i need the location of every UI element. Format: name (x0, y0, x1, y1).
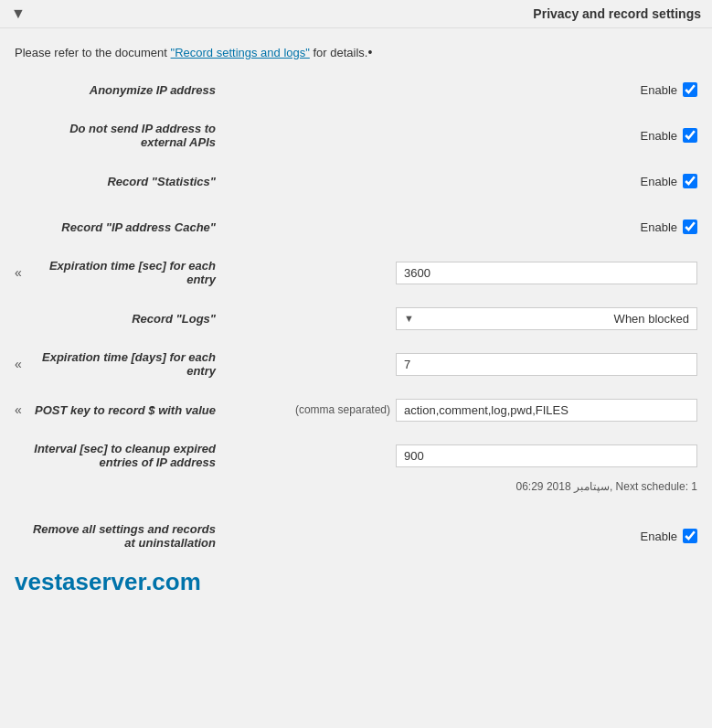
post-key-collapse-icon[interactable]: « (15, 402, 22, 417)
expiration-days-control (216, 353, 697, 376)
anonymize-ip-checkbox[interactable] (683, 82, 697, 97)
record-statistics-control: Enable (216, 174, 697, 188)
interval-cleanup-control (216, 444, 697, 467)
remove-settings-enable-label: Enable (641, 530, 677, 543)
post-key-control: (comma separated) (216, 399, 697, 422)
record-logs-control: ▼ When blocked (216, 307, 697, 330)
expiration-days-collapse-icon[interactable]: « (15, 357, 22, 371)
collapse-arrow-icon[interactable]: ▼ (11, 5, 26, 22)
record-logs-label: "Record "Logs (15, 312, 216, 326)
anonymize-ip-control: Enable (216, 82, 697, 97)
top-bar: ▼ Privacy and record settings (0, 0, 712, 28)
anonymize-ip-enable-label: Enable (641, 83, 677, 97)
record-logs-dropdown[interactable]: ▼ When blocked (396, 307, 697, 330)
no-send-ip-label: Do not send IP address to external APIs (15, 122, 216, 149)
record-statistics-enable-label: Enable (641, 175, 677, 188)
record-ip-cache-checkbox[interactable] (683, 219, 697, 234)
remove-settings-label: Remove all settings and records at unins… (15, 522, 216, 550)
remove-settings-checkbox[interactable] (683, 529, 697, 543)
info-text: .Please refer to the document "Record se… (15, 46, 367, 59)
main-content: • .Please refer to the document "Record … (0, 28, 712, 624)
record-statistics-checkbox[interactable] (683, 174, 697, 188)
no-send-ip-checkbox[interactable] (683, 128, 697, 143)
expiration-days-input[interactable] (396, 353, 697, 376)
record-ip-cache-enable-label: Enable (641, 220, 677, 234)
expiration-sec-label: Expiration time [sec] for each entry (15, 259, 216, 286)
dropdown-arrow-icon: ▼ (404, 313, 414, 324)
anonymize-ip-label: Anonymize IP address (15, 83, 216, 97)
setting-record-statistics: "Record "Statistics Enable (0, 158, 712, 204)
record-ip-cache-label: "Record "IP address Cache (15, 220, 216, 234)
bullet-icon: • (367, 45, 372, 59)
page-title: Privacy and record settings (533, 6, 701, 21)
setting-remove-settings: Remove all settings and records at unins… (0, 513, 712, 559)
record-logs-dropdown-value: When blocked (614, 312, 689, 326)
post-key-input[interactable] (396, 399, 697, 422)
setting-record-logs: "Record "Logs ▼ When blocked (0, 295, 712, 341)
setting-expiration-days: « Expiration time [days] for each entry (0, 341, 712, 387)
setting-interval-cleanup: Interval [sec] to cleanup expired entrie… (0, 433, 712, 478)
record-ip-cache-control: Enable (216, 219, 697, 234)
setting-post-key: « POST key to record $ with value (comma… (0, 387, 712, 433)
info-text-after: for details (310, 46, 365, 59)
post-key-label: POST key to record $ with value (15, 403, 216, 417)
expiration-sec-control (216, 262, 697, 284)
interval-cleanup-input[interactable] (396, 444, 697, 467)
brand-name: vestaserver.com (0, 559, 712, 605)
expiration-sec-collapse-icon[interactable]: « (15, 265, 22, 280)
remove-settings-control: Enable (216, 529, 697, 543)
setting-expiration-sec: « Expiration time [sec] for each entry (0, 250, 712, 295)
no-send-ip-control: Enable (216, 128, 697, 143)
record-statistics-label: "Record "Statistics (15, 175, 216, 188)
setting-anonymize-ip: Anonymize IP address Enable (0, 67, 712, 112)
next-schedule: Next schedule: 1 ,سپتامبر 2018 06:29 (0, 478, 712, 495)
interval-cleanup-label: Interval [sec] to cleanup expired entrie… (15, 442, 216, 469)
record-settings-link[interactable]: "Record settings and logs" (171, 46, 310, 59)
info-row: • .Please refer to the document "Record … (0, 37, 712, 67)
expiration-days-label: Expiration time [days] for each entry (15, 350, 216, 378)
setting-no-send-ip: Do not send IP address to external APIs … (0, 112, 712, 158)
no-send-ip-enable-label: Enable (641, 129, 677, 143)
expiration-sec-input[interactable] (396, 262, 697, 284)
comma-separated-label: (comma separated) (295, 403, 390, 416)
setting-record-ip-cache: "Record "IP address Cache Enable (0, 204, 712, 250)
